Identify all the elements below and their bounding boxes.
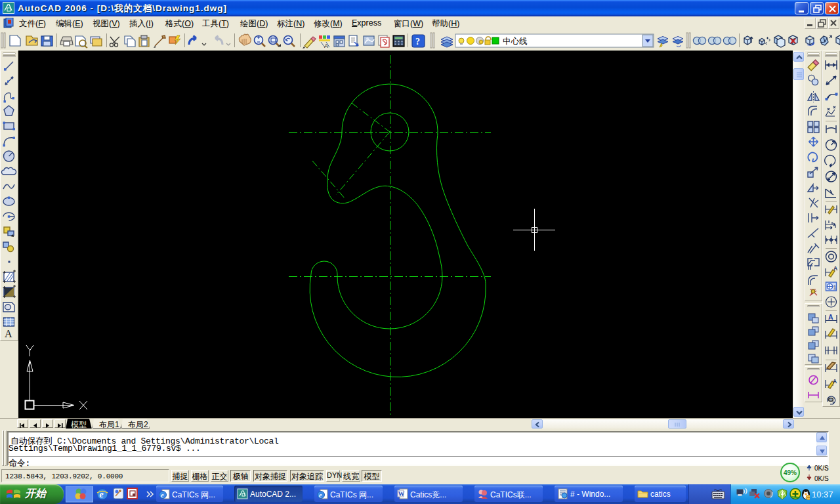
svg-text:e: e bbox=[161, 492, 164, 499]
svg-text:A: A bbox=[833, 378, 837, 385]
svg-text:A: A bbox=[324, 43, 328, 49]
svg-text:A: A bbox=[833, 265, 837, 272]
svg-text:A: A bbox=[5, 328, 12, 339]
svg-text:A: A bbox=[828, 313, 833, 321]
svg-text:0K/S: 0K/S bbox=[814, 465, 829, 472]
svg-text:e: e bbox=[319, 492, 322, 499]
svg-text:?: ? bbox=[415, 37, 420, 47]
svg-text:0K/S: 0K/S bbox=[814, 475, 829, 482]
svg-text:W: W bbox=[398, 490, 405, 497]
svg-text:1: 1 bbox=[833, 284, 837, 291]
svg-text:中心线: 中心线 bbox=[503, 37, 528, 46]
